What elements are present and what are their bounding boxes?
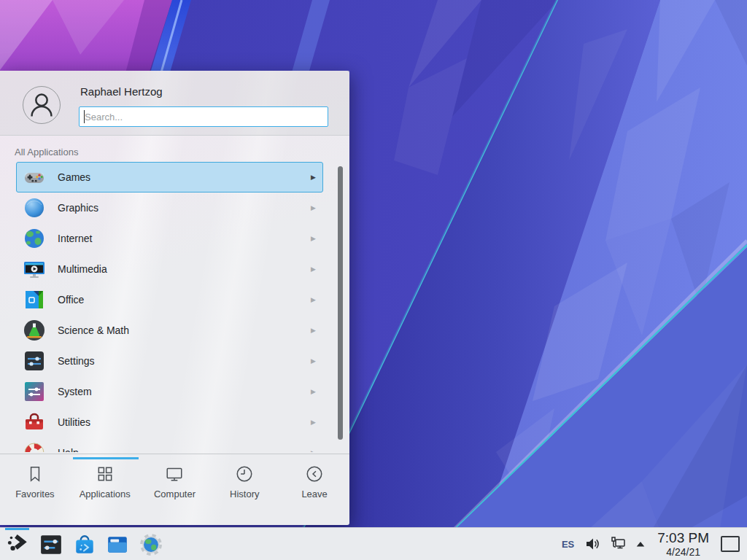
menu-item-label: Internet [58, 233, 92, 244]
tab-computer[interactable]: Computer [140, 464, 210, 525]
tab-applications[interactable]: Applications [70, 464, 140, 525]
speaker-icon [584, 536, 600, 552]
sliders-icon [23, 349, 46, 373]
file-manager-task-icon[interactable] [106, 533, 129, 556]
launcher-tab-bar: Favorites Applications [0, 454, 349, 525]
globe-gear-icon [139, 533, 163, 556]
monitor-icon [165, 464, 184, 483]
sphere-icon [23, 196, 46, 219]
menu-item-label: System [58, 386, 92, 397]
software-bag-icon [73, 533, 96, 556]
active-task-indicator [5, 528, 29, 530]
menu-item-label: Help [58, 447, 79, 452]
submenu-arrow-icon: ▶ [311, 204, 316, 211]
flask-icon [23, 319, 46, 342]
avatar[interactable] [23, 86, 61, 124]
discover-task-icon[interactable] [73, 533, 96, 556]
keyboard-layout-indicator[interactable]: ES [562, 539, 574, 550]
launcher-header: Raphael Hertzog [0, 71, 349, 136]
grid-icon [96, 464, 115, 483]
menu-item-internet[interactable]: Internet ▶ [16, 223, 323, 254]
digital-clock[interactable]: 7:03 PM 4/24/21 [657, 531, 709, 557]
category-list: Games ▶ Graphics ▶ Intern [0, 162, 349, 452]
menu-item-games[interactable]: Games ▶ [16, 162, 323, 192]
menu-item-help[interactable]: Help ▶ [16, 438, 323, 452]
tab-history[interactable]: History [209, 464, 279, 525]
submenu-arrow-icon: ▶ [311, 327, 316, 334]
app-launcher-button[interactable] [6, 532, 29, 556]
menu-item-settings[interactable]: Settings ▶ [16, 346, 323, 376]
web-browser-task-icon[interactable] [139, 533, 163, 556]
lifebuoy-icon [23, 441, 46, 452]
kde-launcher-icon [6, 532, 29, 556]
network-button[interactable] [609, 535, 627, 553]
menu-item-label: Utilities [58, 416, 90, 428]
scrollbar[interactable] [338, 166, 343, 440]
system-settings-task-icon[interactable] [39, 533, 63, 556]
system-tray: ES [562, 528, 747, 560]
application-launcher-popup: Raphael Hertzog All Applications [0, 71, 349, 525]
tab-label: Leave [301, 489, 327, 499]
submenu-arrow-icon: ▶ [311, 419, 316, 426]
menu-item-system[interactable]: System ▶ [16, 376, 323, 407]
wired-network-icon [609, 535, 627, 553]
submenu-arrow-icon: ▶ [311, 296, 316, 303]
submenu-arrow-icon: ▶ [311, 357, 316, 365]
toolbox-icon [23, 411, 46, 434]
tab-label: Applications [80, 489, 131, 499]
tab-favorites[interactable]: Favorites [0, 464, 70, 525]
submenu-arrow-icon: ▶ [311, 174, 316, 181]
menu-item-graphics[interactable]: Graphics ▶ [16, 192, 323, 223]
menu-item-label: Graphics [58, 202, 98, 214]
bookmark-icon [26, 464, 44, 483]
search-input[interactable] [79, 106, 328, 127]
submenu-arrow-icon: ▶ [311, 235, 316, 242]
clock-time: 7:03 PM [657, 531, 709, 545]
tray-expander-button[interactable] [635, 540, 646, 548]
active-tab-indicator [73, 457, 139, 459]
leave-icon [305, 464, 324, 483]
text-cursor [84, 110, 85, 123]
gamepad-icon [23, 166, 46, 189]
menu-item-science-math[interactable]: Science & Math ▶ [16, 315, 323, 346]
taskbar: ES [0, 527, 747, 560]
tab-label: History [230, 489, 259, 499]
desktop: Raphael Hertzog All Applications [0, 0, 747, 560]
menu-item-utilities[interactable]: Utilities ▶ [16, 407, 323, 438]
menu-item-label: Settings [58, 355, 95, 367]
menu-item-label: Office [58, 294, 84, 306]
tab-label: Favorites [15, 489, 54, 499]
caret-up-icon [635, 540, 646, 548]
menu-item-multimedia[interactable]: Multimedia ▶ [16, 254, 323, 284]
menu-item-office[interactable]: Office ▶ [16, 284, 323, 315]
menu-item-label: Science & Math [58, 324, 129, 336]
user-icon [23, 87, 60, 123]
submenu-arrow-icon: ▶ [311, 388, 316, 395]
clock-icon [235, 464, 254, 483]
document-icon [23, 288, 46, 311]
menu-item-label: Games [58, 171, 90, 183]
section-label: All Applications [15, 147, 78, 158]
tab-label: Computer [154, 489, 196, 499]
menu-item-label: Multimedia [58, 263, 107, 275]
settings-sliders-icon [39, 533, 63, 556]
submenu-arrow-icon: ▶ [311, 449, 316, 452]
volume-button[interactable] [584, 536, 600, 552]
globe-icon [23, 227, 46, 250]
user-name: Raphael Hertzog [80, 85, 163, 98]
tab-leave[interactable]: Leave [279, 464, 349, 525]
clock-date: 4/24/21 [657, 547, 709, 557]
system-sliders-icon [23, 380, 46, 403]
folder-icon [106, 533, 129, 556]
media-display-icon [23, 257, 46, 281]
submenu-arrow-icon: ▶ [311, 265, 316, 273]
show-desktop-button[interactable] [721, 536, 740, 552]
